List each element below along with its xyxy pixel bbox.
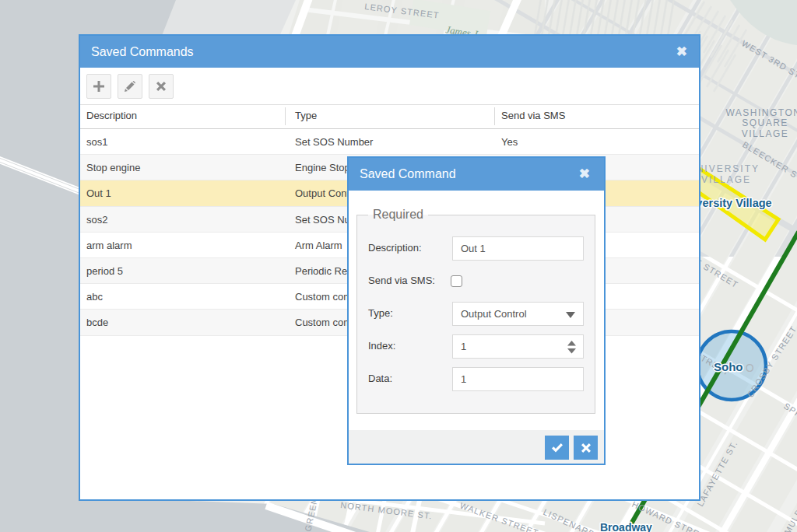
- svg-text:SQUARE: SQUARE: [742, 117, 788, 128]
- svg-text:VILLAGE: VILLAGE: [742, 128, 789, 139]
- svg-text:VILLAGE: VILLAGE: [701, 174, 751, 185]
- svg-text:WASHINGTON: WASHINGTON: [725, 107, 797, 118]
- svg-text:Broadway: Broadway: [600, 521, 652, 532]
- svg-text:Soho: Soho: [714, 360, 743, 373]
